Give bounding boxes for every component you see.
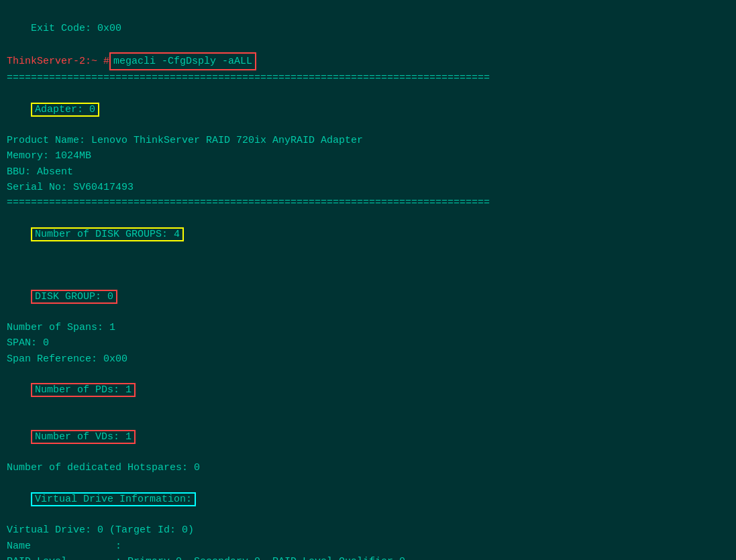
terminal-output: Exit Code: 0x00 ThinkServer-2:~ # megacl… xyxy=(7,5,729,560)
num-vds-box: Number of VDs: 1 xyxy=(31,430,136,444)
blank-line-1 xyxy=(7,258,729,273)
disk-groups-box: Number of DISK GROUPS: 4 xyxy=(31,227,184,241)
separator-2: ========================================… xyxy=(7,195,729,211)
serial-line: Serial No: SV60417493 xyxy=(7,180,729,195)
bbu-line: BBU: Absent xyxy=(7,164,729,180)
product-name-line: Product Name: Lenovo ThinkServer RAID 72… xyxy=(7,133,729,148)
command-line: ThinkServer-2:~ # megacli -CfgDsply -aAL… xyxy=(7,52,729,70)
span-ref-line: Span Reference: 0x00 xyxy=(7,351,729,367)
raid-level-line: RAID Level : Primary-0, Secondary-0, RAI… xyxy=(7,554,729,560)
num-hotspares-line: Number of dedicated Hotspares: 0 xyxy=(7,460,729,475)
num-vds-line: Number of VDs: 1 xyxy=(7,414,729,461)
adapter-line: Adapter: 0 xyxy=(7,86,729,133)
vd-info-line: Virtual Drive Information: xyxy=(7,476,729,523)
disk-group-label-line: DISK GROUP: 0 xyxy=(7,273,729,320)
prompt: ThinkServer-2:~ # xyxy=(7,54,109,69)
num-pds-box: Number of PDs: 1 xyxy=(31,383,136,397)
span-line: SPAN: 0 xyxy=(7,335,729,351)
num-disk-groups-line: Number of DISK GROUPS: 4 xyxy=(7,211,729,258)
num-pds-line: Number of PDs: 1 xyxy=(7,367,729,414)
name-line: Name : xyxy=(7,539,729,554)
command-box: megacli -CfgDsply -aALL xyxy=(109,52,256,70)
num-spans-line: Number of Spans: 1 xyxy=(7,320,729,335)
vd-info-box: Virtual Drive Information: xyxy=(31,492,196,506)
separator-1: ========================================… xyxy=(7,70,729,86)
exit-code-line: Exit Code: 0x00 xyxy=(7,5,729,52)
vd-drive-line: Virtual Drive: 0 (Target Id: 0) xyxy=(7,522,729,538)
disk-group-label-box: DISK GROUP: 0 xyxy=(31,290,117,304)
adapter-box: Adapter: 0 xyxy=(31,103,99,117)
memory-line: Memory: 1024MB xyxy=(7,148,729,164)
